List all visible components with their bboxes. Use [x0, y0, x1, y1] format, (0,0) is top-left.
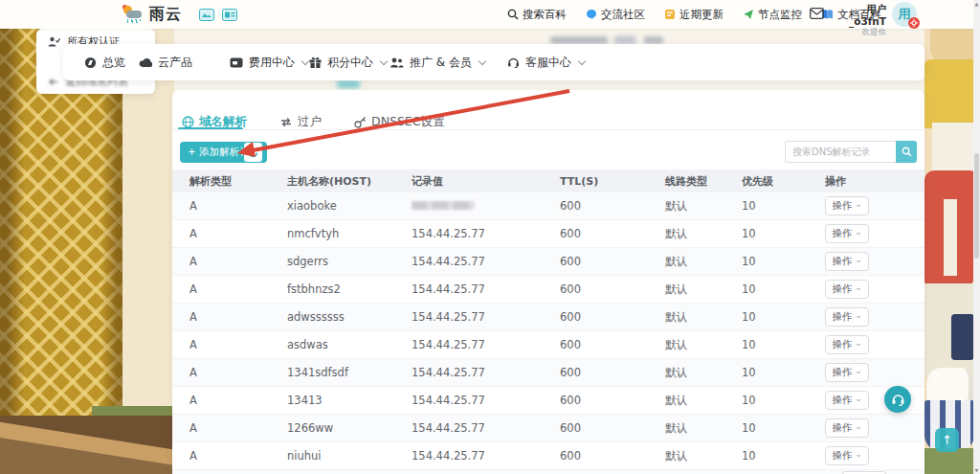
scroll-up-arrow[interactable]: ▲ [973, 0, 980, 8]
row-action-button[interactable]: 操作 [825, 335, 869, 354]
blurred-scroll-remnant [550, 30, 684, 41]
nav-search-wiki[interactable]: 搜索百科 [507, 8, 567, 22]
logo[interactable]: 雨云 [122, 0, 237, 29]
record-host: 1266ww [287, 421, 412, 435]
gallery-badge-icon[interactable] [199, 9, 214, 21]
table-header: 解析类型 主机名称(HOST) 记录值 TTL(S) 线路类型 优先级 操作 [172, 169, 924, 192]
record-ttl: 600 [560, 366, 665, 379]
record-line-type: 默认 [665, 338, 742, 352]
customer-support-button[interactable] [884, 386, 911, 413]
paper-plane-icon [743, 9, 754, 20]
back-to-top-button[interactable]: ↑ [935, 428, 959, 452]
table-row: A niuhui 154.44.25.77 600 默认 10 操作 [172, 442, 924, 470]
search-input[interactable] [785, 141, 896, 163]
billing-icon [230, 57, 243, 68]
users-icon [390, 57, 404, 68]
record-priority: 10 [742, 338, 825, 351]
redacted-value [412, 201, 475, 210]
row-action-button[interactable]: 操作 [825, 418, 869, 438]
scrollbar-thumb[interactable] [974, 153, 979, 259]
record-priority: 10 [742, 282, 825, 296]
record-priority: 10 [742, 421, 825, 435]
table-row: A adwssssss 154.44.25.77 600 默认 10 操作 [172, 304, 924, 331]
search-button[interactable] [896, 141, 917, 163]
chevron-down-icon [578, 56, 586, 64]
overview-icon [84, 56, 97, 69]
background-table [0, 416, 172, 474]
table-row: A 1266ww 154.44.25.77 600 默认 10 操作 [172, 415, 924, 442]
record-host: 13413 [287, 394, 412, 407]
user-info[interactable]: 用户_o3fnT 欢迎你 [831, 3, 886, 36]
search-icon [507, 9, 519, 20]
record-line-type: 默认 [665, 394, 742, 408]
tab-domain-resolution[interactable]: 域名解析 [182, 107, 247, 136]
record-ttl: 600 [560, 394, 665, 407]
row-action-button[interactable]: 操作 [825, 280, 869, 299]
transfer-icon [279, 117, 293, 127]
subnav-billing-center[interactable]: 费用中心 [230, 44, 308, 80]
record-value: 154.44.25.77 [412, 421, 560, 435]
top-header: 雨云 搜索百科 交流社区 [0, 0, 980, 29]
subnav-points-center[interactable]: 积分中心 [309, 44, 387, 80]
subnav-promotion-membership[interactable]: 推广 & 会员 [390, 44, 485, 80]
subnav-cloud-products[interactable]: 云产品 [139, 44, 192, 80]
record-value [412, 199, 560, 213]
record-host: 1341sdfsdf [287, 366, 412, 379]
record-type: A [189, 282, 287, 296]
refresh-icon [248, 147, 258, 158]
subnav-toolbar: 总览 云产品 费用中心 积分中心 推广 & 会员 [63, 44, 924, 80]
id-card-badge-icon[interactable] [222, 9, 237, 21]
row-action-button[interactable]: 操作 [825, 196, 869, 215]
tab-dnssec-settings[interactable]: DNSSEC设置 [354, 107, 444, 136]
record-value: 154.44.25.77 [412, 366, 560, 379]
record-host: sdgerrs [287, 255, 412, 268]
row-action-button[interactable]: 操作 [825, 363, 869, 382]
scroll-down-arrow[interactable]: ▼ [973, 466, 980, 474]
refresh-button[interactable] [243, 142, 263, 163]
table-row: A nmcfvtyh 154.44.25.77 600 默认 10 操作 [172, 220, 924, 248]
mail-icon[interactable] [810, 8, 824, 19]
weather-logo-icon [122, 6, 144, 23]
rice-bowl-art [926, 368, 974, 404]
nav-community[interactable]: 交流社区 [586, 8, 645, 22]
record-value: 154.44.25.77 [412, 282, 560, 296]
record-line-type: 默认 [665, 449, 742, 463]
avatar[interactable]: 用 [892, 2, 917, 27]
subnav-overview[interactable]: 总览 [84, 44, 125, 80]
record-value: 154.44.25.77 [412, 394, 560, 407]
record-ttl: 600 [560, 255, 665, 268]
chevron-down-icon [301, 56, 309, 64]
subnav-support-center[interactable]: 客服中心 [507, 44, 585, 80]
table-row: A sdgerrs 154.44.25.77 600 默认 10 操作 [172, 248, 924, 276]
record-value: 154.44.25.77 [412, 227, 560, 240]
record-value: 154.44.25.77 [412, 255, 560, 268]
globe-icon [182, 116, 194, 128]
row-action-button[interactable]: 操作 [825, 446, 869, 465]
key-icon [354, 116, 367, 128]
record-type: A [189, 338, 287, 351]
row-action-button[interactable]: 操作 [825, 252, 869, 271]
record-type: A [189, 449, 287, 463]
table-row: A 13413 154.44.25.77 600 默认 10 操作 [172, 387, 924, 415]
record-host: niuhui [287, 449, 412, 463]
record-priority: 10 [742, 394, 825, 407]
row-action-button[interactable]: 操作 [825, 391, 869, 410]
nav-recent-updates[interactable]: 近期更新 [664, 8, 724, 22]
record-type: A [189, 227, 287, 240]
row-action-button[interactable]: 操作 [825, 307, 869, 327]
row-action-button[interactable]: 操作 [825, 224, 869, 243]
dns-records-panel: 域名解析 过户 DNSSEC设置 + 添加解析记录 [172, 90, 924, 474]
record-value: 154.44.25.77 [412, 310, 560, 324]
nav-node-monitor[interactable]: 节点监控 [743, 8, 802, 22]
avatar-badge-icon [908, 17, 920, 29]
record-type: A [189, 310, 287, 324]
dns-records-table: 解析类型 主机名称(HOST) 记录值 TTL(S) 线路类型 优先级 操作 A… [172, 169, 924, 470]
scrollbar[interactable]: ▲ ▼ [973, 0, 980, 474]
tab-transfer[interactable]: 过户 [279, 107, 322, 136]
person-check-icon [48, 36, 60, 47]
record-host: xiaoboke [287, 199, 412, 213]
record-ttl: 600 [560, 421, 665, 435]
record-type: A [189, 255, 287, 268]
record-line-type: 默认 [665, 227, 742, 241]
chevron-down-icon [380, 56, 388, 64]
